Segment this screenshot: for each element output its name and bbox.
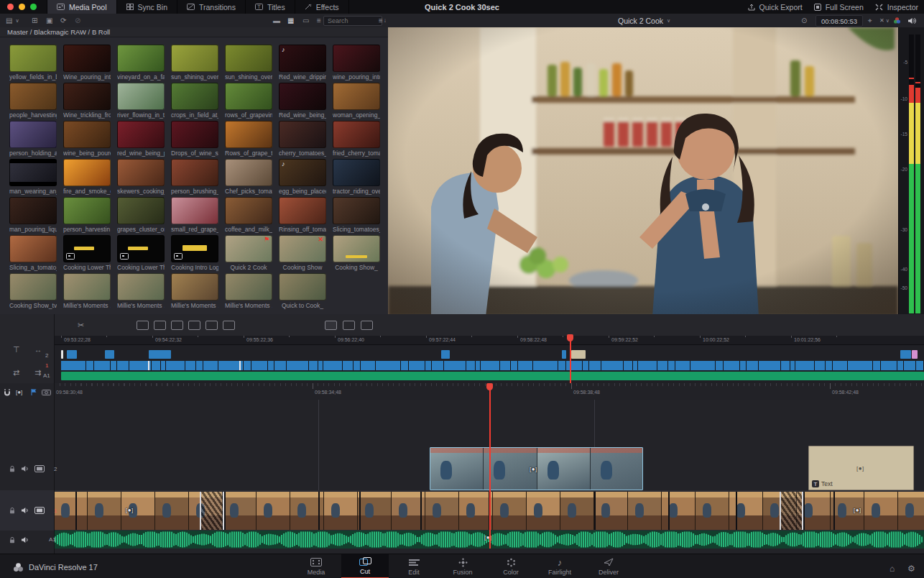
media-clip[interactable]: Cooking Show_tvc [9,273,57,309]
media-clip[interactable]: sun_shining_over_… [171,45,218,81]
media-clip[interactable]: Cooking Show_ [333,235,380,271]
upper-timeline-clip[interactable] [657,361,667,370]
upper-timeline-clip[interactable] [476,361,480,370]
sort-icon[interactable]: ≡↓ [379,14,387,27]
upper-timeline-clip[interactable] [161,361,165,370]
upper-timeline-clip[interactable] [724,361,739,370]
close-up-icon[interactable] [188,321,200,330]
media-clip[interactable]: ♪Red_wine_drippin… [279,45,326,81]
upper-timeline-clip[interactable] [589,361,601,370]
upper-timeline-clip[interactable] [185,361,195,370]
upper-timeline-clip[interactable] [61,350,63,359]
upper-timeline-clip[interactable] [152,361,160,370]
timeline-selector[interactable]: Quick 2 Cook ∨ [618,14,670,27]
lock-icon[interactable] [9,465,16,472]
media-clip[interactable]: Rows_of_grape_tr… [225,121,272,157]
media-clip[interactable]: grapes_cluster_on… [117,197,165,233]
media-clip[interactable]: sun_shining_over_… [225,45,272,81]
upper-timeline-clip[interactable] [441,350,450,359]
media-clip[interactable]: small_red_grape_c… [171,197,218,233]
full-screen-button[interactable]: Full Screen [814,3,864,12]
inspector-button[interactable]: Inspector [875,3,918,12]
media-clip[interactable]: Wine_pouring_int… [63,45,111,81]
smart-insert-icon[interactable] [137,321,149,330]
flag-icon[interactable] [30,385,38,399]
close-window-icon[interactable] [7,4,14,10]
quick-export-button[interactable]: Quick Export [748,3,803,12]
page-edit[interactable]: Edit [390,554,438,578]
boring-detector-icon[interactable] [343,321,355,330]
upper-timeline-clip[interactable] [833,361,847,370]
upper-timeline-clip[interactable] [166,361,185,370]
lock-icon[interactable] [9,536,16,543]
project-manager-icon[interactable]: ⌂ [890,561,895,575]
upper-playhead[interactable] [570,336,571,383]
upper-timeline-clip[interactable] [94,361,110,370]
upper-timeline-clip[interactable] [826,361,832,370]
upper-ruler[interactable]: 09:53:22;2809:54:22;3209:55:22;3609:56:2… [0,336,924,345]
track-header-v1[interactable]: 1 [0,490,54,531]
lower-timeline[interactable]: 09:58:30;4809:58:34;4809:58:38;4809:58:4… [0,383,924,554]
upper-timeline-clip[interactable] [287,361,308,370]
place-on-top-icon[interactable] [205,321,218,330]
media-clip[interactable]: Slicing_tomatoes_… [333,197,380,233]
tab-effects[interactable]: Effects [295,0,349,14]
camera-icon[interactable]: ⊙ [801,14,807,27]
media-clip[interactable]: river_flowing_in_t… [117,83,165,119]
media-clip[interactable]: Cooking Lower Thi… [117,235,165,271]
media-clip[interactable]: Rinsing_off_tomat… [279,197,326,233]
mute-speaker-icon[interactable] [21,536,29,543]
media-clip[interactable]: skewers_cooking_… [117,159,165,195]
upper-timeline-clip[interactable] [361,361,375,370]
tab-transitions[interactable]: Transitions [177,0,245,14]
media-clip[interactable]: Cooking Intro Log… [171,235,218,271]
upper-timeline-clip[interactable] [86,361,93,370]
lock-icon[interactable] [9,507,16,514]
mute-speaker-icon[interactable] [21,465,29,472]
media-clip[interactable]: Drops_of_wine_sp… [171,121,218,157]
append-icon[interactable] [154,321,166,330]
upper-timeline-clip[interactable] [638,361,657,370]
upper-timeline-clip[interactable] [244,361,251,370]
upper-timeline-clip[interactable] [111,361,116,370]
media-clip[interactable]: Millie's Moments … [63,273,111,309]
media-clip[interactable]: ⚑Quick 2 Cook [225,235,272,271]
grid-view-icon[interactable]: ▦ [287,14,294,27]
ripple-overwrite-icon[interactable] [171,321,183,330]
upper-timeline-clip[interactable] [274,361,286,370]
upper-timeline-clip[interactable] [401,361,408,370]
page-fairlight[interactable]: ♪ Fairlight [536,554,583,578]
upper-timeline-clip[interactable] [409,361,425,370]
upper-timeline-clip[interactable] [690,361,715,370]
page-deliver[interactable]: Deliver [585,554,632,578]
upper-timeline-clip[interactable] [566,361,582,370]
upper-timeline-clip[interactable] [444,361,466,370]
upper-timeline-clip[interactable] [668,361,675,370]
media-clip[interactable]: Chef_picks_tomat… [225,159,272,195]
media-clip[interactable]: tractor_riding_ove… [333,159,380,195]
new-bin-icon[interactable]: ▣ [46,14,52,27]
upper-timeline-clip[interactable] [562,350,566,359]
upper-timeline-clip[interactable] [425,361,431,370]
media-clip[interactable]: ♪egg_being_placed… [279,159,326,195]
source-mark-toggle-icon[interactable]: [●] [16,385,22,399]
refresh-icon[interactable]: ⟳ [60,14,66,27]
upper-timeline-clip[interactable] [795,361,814,370]
upper-timeline-clip[interactable] [633,361,637,370]
media-clip[interactable]: Quick to Cook_ [279,273,326,309]
tab-titles[interactable]: T Titles [245,0,295,14]
media-clip[interactable]: people_harvesting… [9,83,57,119]
window-controls[interactable] [7,4,37,10]
upper-timeline-clip[interactable] [916,361,923,370]
upper-timeline-clip[interactable] [747,361,758,370]
upper-timeline-clip[interactable] [601,361,623,370]
upper-timeline-clip[interactable] [149,350,171,359]
media-clip[interactable]: cherry_tomatoes_… [279,121,326,157]
media-clip[interactable]: Millie's Moments … [171,273,218,309]
search-input[interactable] [323,16,382,26]
maximize-window-icon[interactable] [30,4,37,10]
audio-trim-icon[interactable] [361,321,373,330]
relink-icon[interactable]: ⊘ [75,14,80,27]
upper-timeline-clip[interactable] [481,361,499,370]
upper-timeline-clip[interactable] [583,361,588,370]
